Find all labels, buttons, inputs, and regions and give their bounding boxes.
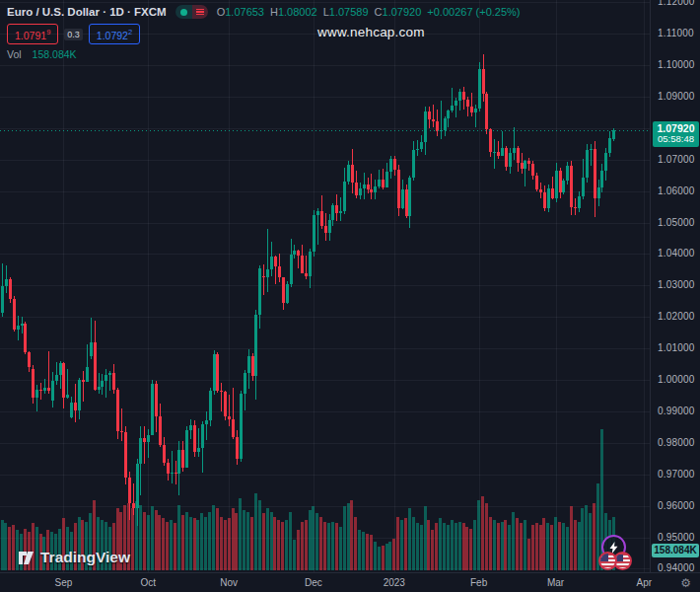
time-axis-label: Apr: [627, 577, 661, 588]
ohlc-values: O1.07653 H1.08002 L1.07589 C1.07920 +0.0…: [217, 6, 521, 18]
symbol-title[interactable]: Euro / U.S. Dollar · 1D · FXCM: [7, 6, 167, 18]
series-menu-icon: [192, 5, 208, 19]
buy-ask-button[interactable]: 1.07922: [89, 24, 140, 44]
time-axis-label: Mar: [539, 577, 573, 588]
series-visibility-toggle[interactable]: [175, 5, 208, 19]
current-price-badge: 1.07920 05:58:48: [653, 121, 699, 147]
price-axis-label: 1.05000: [658, 217, 695, 228]
low-value: 1.07589: [329, 6, 369, 18]
volume-legend: Vol158.084K: [7, 48, 521, 60]
time-axis-label: Sep: [46, 577, 80, 588]
close-value: 1.07920: [383, 6, 422, 18]
us-flag-icon: [598, 552, 617, 570]
tradingview-logo-icon: [18, 550, 35, 566]
price-axis-label: 1.04000: [658, 248, 695, 259]
price-axis-label: 0.97000: [658, 469, 695, 480]
price-axis-label: 1.10000: [658, 59, 695, 70]
price-axis-label: 0.99000: [658, 406, 695, 416]
price-axis-label: 1.11000: [658, 28, 694, 38]
tradingview-chart-window: www.nehcap.com Euro / U.S. Dollar · 1D ·…: [0, 0, 700, 592]
volume-axis-badge: 158.084K: [652, 544, 699, 557]
time-axis-label: 2023: [378, 577, 411, 588]
candlestick-series: [1, 54, 615, 526]
high-value: 1.08002: [278, 6, 317, 18]
price-axis-label: 1.06000: [658, 185, 695, 196]
price-axis-label: 1.01000: [658, 342, 695, 353]
price-axis-label: 1.00000: [658, 374, 695, 385]
price-axis[interactable]: 1.07920 05:58:48 158.084K 1.120001.11000…: [650, 0, 700, 572]
price-axis-label: 0.96000: [658, 500, 695, 511]
gear-icon[interactable]: ⚙: [680, 576, 691, 590]
time-axis-label: Feb: [462, 577, 496, 588]
sell-bid-button[interactable]: 1.07919: [7, 24, 58, 44]
spread-value: 0.3: [64, 29, 83, 40]
price-axis-label: 1.03000: [658, 279, 695, 290]
time-axis-label: Oct: [131, 577, 165, 588]
price-axis-label: 1.12000: [658, 0, 695, 7]
time-axis-label: Nov: [212, 577, 245, 588]
price-axis-label: 0.95000: [658, 532, 695, 543]
price-axis-label: 1.09000: [658, 91, 695, 102]
price-axis-label: 1.02000: [658, 311, 695, 322]
change-value: +0.00267 (+0.25%): [427, 6, 520, 18]
time-axis[interactable]: ⚙ SepOctNovDec2023FebMarApr: [0, 572, 700, 592]
volume-label: Vol: [7, 48, 22, 60]
visibility-dot-icon: [175, 5, 192, 19]
currency-pair-flags-button[interactable]: [596, 552, 640, 572]
chart-legend: Euro / U.S. Dollar · 1D · FXCM O1.07653 …: [7, 4, 521, 60]
price-axis-label: 1.07000: [658, 154, 695, 165]
bar-countdown: 05:58:48: [653, 134, 699, 144]
tradingview-logo[interactable]: TradingView: [18, 549, 130, 566]
time-axis-label: Dec: [297, 577, 330, 588]
grid-lines: [0, 0, 651, 572]
price-chart-canvas[interactable]: [0, 0, 651, 572]
open-value: 1.07653: [225, 6, 264, 18]
volume-value: 158.084K: [33, 48, 77, 60]
tradingview-logo-text: TradingView: [40, 549, 130, 566]
price-axis-label: 0.98000: [658, 437, 695, 448]
